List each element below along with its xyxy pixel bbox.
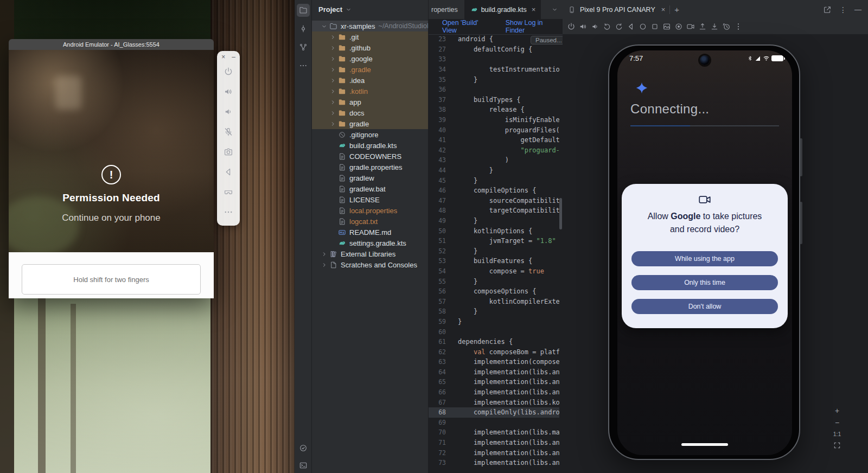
power-button[interactable] [567,22,576,31]
chevron-down-icon[interactable] [320,23,328,30]
tree-item-app[interactable]: app [312,97,428,107]
more-vert-button[interactable] [734,22,743,31]
back-button[interactable] [224,167,233,177]
chevron-right-icon[interactable] [328,66,337,73]
chevron-right-icon[interactable] [320,261,328,269]
tool-window-commit-button[interactable] [297,22,310,35]
power-button[interactable] [224,67,233,76]
code-text: kotlinCompilerExtens [446,298,559,305]
mic-off-button[interactable] [224,127,233,137]
tool-window-terminal-button[interactable] [297,459,310,472]
close-icon[interactable]: × [221,53,225,61]
tree-item-scratches-and-consoles[interactable]: Scratches and Consoles [312,259,428,270]
chevron-right-icon[interactable] [328,77,337,84]
volume-up-button[interactable] [579,22,588,31]
volume-up-button[interactable] [224,87,233,97]
tree-item-external-libraries[interactable]: External Libraries [312,248,428,259]
tree-item-build-gradle-kts[interactable]: build.gradle.kts [312,140,428,151]
line-number: 53 [429,257,446,265]
tree-item-docs[interactable]: docs [312,107,428,118]
camera-button[interactable] [224,147,233,157]
tree-item-github[interactable]: .github [312,42,428,53]
hidden-tabs-chevron-icon[interactable] [551,6,558,13]
chevron-right-icon[interactable] [328,44,337,52]
open-build-view-link[interactable]: Open 'Build' View [442,19,494,34]
device-tab-label[interactable]: Pixel 9 Pro API CANARY [580,6,655,14]
tool-window-project-button[interactable] [297,4,310,17]
emulator-screen[interactable]: ! Permission Needed Continue on your pho… [9,50,214,252]
snapshots-button[interactable] [722,22,731,31]
tree-item-google[interactable]: .google [312,53,428,64]
rotate-right-button[interactable] [615,22,623,31]
tree-item-readme-md[interactable]: README.md [312,227,428,238]
screen-record-button[interactable] [674,22,683,31]
status-bar-clock: 7:57 [629,54,643,62]
zoom-to-fit-icon[interactable] [833,442,841,449]
tool-window-problems-button[interactable] [297,442,310,455]
dont-allow-button[interactable]: Don't allow [631,299,778,314]
tool-window-more-button[interactable] [297,59,310,72]
chevron-right-icon[interactable] [328,120,337,127]
app-name: Google [671,212,700,221]
add-device-icon[interactable]: + [674,5,679,14]
tree-item-kotlin[interactable]: .kotlin [312,86,428,97]
allow-while-using-button[interactable]: While using the app [631,251,778,266]
tree-item-gradle[interactable]: gradle [312,118,428,129]
chevron-right-icon[interactable] [328,55,337,62]
overview-button[interactable] [650,22,659,31]
volume-down-button[interactable] [224,107,233,117]
chevron-right-icon[interactable] [328,99,337,106]
download-button[interactable] [710,22,719,31]
volume-down-button[interactable] [591,22,599,31]
phone-icon [568,6,576,14]
ignored-icon [338,131,346,139]
chevron-right-icon[interactable] [320,251,328,258]
chevron-right-icon[interactable] [328,110,337,117]
tool-window-structure-button[interactable] [297,41,310,54]
videocam-button[interactable] [686,22,695,31]
zoom-out-button[interactable]: − [835,419,839,426]
tab-gradle-properties-partial[interactable]: roperties [429,0,465,19]
close-device-tab-icon[interactable]: × [661,5,666,14]
more-button[interactable] [224,207,233,217]
tree-item-local-properties[interactable]: local.properties [312,205,428,216]
open-in-window-icon[interactable] [823,5,832,14]
code-text: } [446,247,477,255]
tree-item-gradle-properties[interactable]: gradle.properties [312,162,428,172]
tree-item-gradlew[interactable]: gradlew [312,172,428,183]
tree-item-gitignore[interactable]: .gitignore [312,129,428,140]
tree-item-license[interactable]: LICENSE [312,194,428,205]
tree-item-gradle[interactable]: .gradle [312,64,428,75]
code-editor[interactable]: 23android {27 defaultConfig {3334 testIn… [429,34,559,473]
hide-panel-icon[interactable]: — [854,5,861,14]
tree-item-settings-gradle-kts[interactable]: settings.gradle.kts [312,238,428,248]
editor-scrollbar[interactable] [559,198,562,229]
tree-item-gradlew-bat[interactable]: gradlew.bat [312,183,428,194]
kebab-menu-icon[interactable]: ⋮ [839,5,847,14]
zoom-reset-button[interactable]: 1:1 [833,431,841,437]
screenshot-button[interactable] [662,22,671,31]
tab-build-gradle-kts[interactable]: build.gradle.kts × [465,0,541,19]
home-button[interactable] [639,22,647,31]
tree-item-git[interactable]: .git [312,31,428,42]
chevron-right-icon[interactable] [328,88,337,95]
close-tab-icon[interactable]: × [532,5,536,14]
tree-item-idea[interactable]: .idea [312,75,428,86]
power-icon [567,22,576,31]
home-indicator[interactable] [681,443,728,446]
code-line-62: 62 val composeBom = platfor [429,347,559,357]
allow-only-this-time-button[interactable]: Only this time [631,275,778,290]
rotate-left-button[interactable] [603,22,611,31]
zoom-in-button[interactable]: + [835,407,839,414]
device-screen[interactable]: 7:57 Connecting... Allow Go [617,50,792,455]
tree-item-codeowners[interactable]: CODEOWNERS [312,151,428,162]
show-log-in-finder-link[interactable]: Show Log in Finder [506,19,563,34]
project-panel-header[interactable]: Project [312,0,428,19]
glasses-button[interactable] [224,187,233,197]
tree-item-logcat-txt[interactable]: logcat.txt [312,216,428,227]
minimize-icon[interactable]: – [232,53,235,61]
back-button[interactable] [627,22,635,31]
upload-button[interactable] [698,22,707,31]
tree-item-xr-samples[interactable]: xr-samples~/AndroidStudioProj [312,21,428,31]
chevron-right-icon[interactable] [328,34,337,41]
